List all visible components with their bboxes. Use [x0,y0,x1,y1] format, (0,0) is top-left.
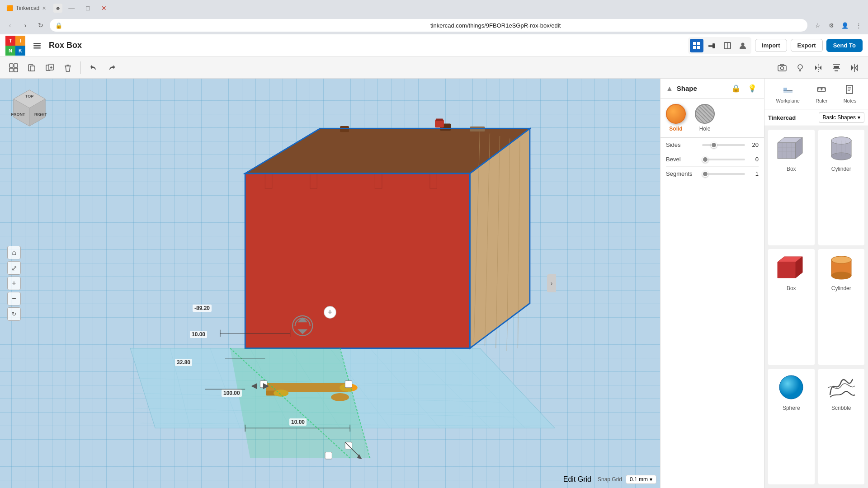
viewport[interactable]: TOP FRONT RIGHT ⌂ ⤢ + − ↻ [0,79,660,488]
shape-panel: ▲ Shape 🔒 💡 Solid Hole [660,79,764,488]
new-shape-btn[interactable] [5,60,22,76]
duplicate-btn[interactable] [42,60,58,76]
svg-rect-14 [9,68,13,72]
refresh-btn[interactable]: ↻ [34,19,47,32]
forward-btn[interactable]: › [19,19,32,32]
svg-rect-3 [693,42,696,45]
sides-thumb[interactable] [711,142,717,148]
undo-btn[interactable] [85,60,102,76]
browser-actions: ☆ ⚙ 👤 ⋮ [812,19,864,31]
view-mode-group [688,37,751,54]
project-menu-btn[interactable] [31,39,43,52]
3d-view-btn[interactable] [690,39,703,52]
person-btn[interactable] [736,39,750,52]
shape-options: Solid Hole [660,99,764,138]
svg-rect-15 [14,68,18,72]
library-dropdown[interactable]: Basic Shapes ▾ [819,112,864,123]
scene-svg: + [0,79,660,488]
shape-item-sphere[interactable]: Sphere [768,369,815,484]
shape-item-box-grey[interactable]: Box [768,130,815,245]
panel-collapse-btn[interactable]: › [547,274,556,292]
shape-grid: Box [764,126,868,488]
edit-grid-btn[interactable]: Edit Grid [561,474,594,484]
import-btn[interactable]: Import [755,39,787,52]
shape-item-cylinder-orange[interactable]: Cylinder [818,249,865,365]
sides-value: 20 [745,141,759,148]
bevel-value: 0 [745,156,759,163]
tab-close-btn[interactable]: ✕ [42,5,46,11]
camera-btn[interactable] [774,60,790,76]
svg-marker-136 [778,262,796,278]
segments-slider[interactable] [702,173,745,175]
hole-option[interactable]: Hole [695,104,715,132]
maximize-btn[interactable]: □ [81,2,94,14]
svg-rect-1 [33,45,41,47]
svg-point-24 [781,66,784,70]
solid-label: Solid [669,126,682,132]
copy-btn[interactable] [24,60,40,76]
bevel-thumb[interactable] [702,156,708,163]
svg-rect-70 [265,174,272,188]
solid-option[interactable]: Solid [666,104,686,132]
hammer-btn[interactable] [705,39,719,52]
mirror-btn[interactable] [810,60,826,76]
browser-tab-extra[interactable]: ⊕ [53,4,62,13]
svg-point-144 [779,375,803,399]
svg-text:+: + [328,308,332,317]
bulb-btn[interactable] [792,60,808,76]
shape-library: Workplane Ruler Notes Tinkercad [764,79,868,488]
tab-label: Tinkercad [16,5,39,11]
workplane-label: Workplane [776,98,800,103]
shape-item-scribble[interactable]: Scribble [818,369,865,484]
export-btn[interactable]: Export [791,39,823,52]
hole-icon [695,104,715,124]
ruler-btn[interactable]: Ruler [812,82,831,105]
tinkercad-logo: T I N K [5,36,25,56]
book-btn[interactable] [721,39,734,52]
toolbar-sep-1 [80,61,81,74]
shape-panel-header: ▲ Shape 🔒 💡 [660,79,764,99]
align-btn[interactable] [828,60,844,76]
svg-point-11 [741,42,745,46]
profile-btn[interactable]: 👤 [839,19,851,31]
bookmark-btn[interactable]: ☆ [812,19,824,31]
address-field[interactable]: 🔒 tinkercad.com/things/9FBOR1eSGpR-rox-b… [50,19,807,32]
tinkercad-app: T I N K Rox Box Import [0,34,868,488]
minimize-btn[interactable]: — [65,2,78,14]
shape-item-box-red[interactable]: Box [768,249,815,365]
segments-row: Segments 1 [666,167,759,181]
browser-chrome: 🟧 Tinkercad ✕ ⊕ — □ ✕ ‹ › ↻ 🔒 tinkercad.… [0,0,868,34]
shape-lock-btn[interactable]: 🔒 [730,82,742,95]
snap-grid-value-btn[interactable]: 0.1 mm ▾ [626,475,656,484]
workplane-btn[interactable]: Workplane [773,82,803,105]
sendto-btn[interactable]: Send To [826,39,863,52]
shape-item-cylinder-grey[interactable]: Cylinder [818,130,865,245]
sides-row: Sides 20 [666,138,759,152]
dim-label-2: 10.00 [190,331,207,338]
bevel-slider[interactable] [702,159,745,160]
tab-1[interactable]: 🟧 Tinkercad ✕ [2,1,51,15]
redo-btn[interactable] [104,60,120,76]
shape-bulb-btn[interactable]: 💡 [746,82,759,95]
shape-panel-collapse-btn[interactable]: ▲ [666,84,673,93]
toolbar [0,57,868,79]
snap-grid-label: Snap Grid [598,476,622,483]
svg-marker-34 [851,65,854,70]
extensions-btn[interactable]: ⚙ [826,19,837,31]
back-btn[interactable]: ‹ [4,19,16,32]
delete-btn[interactable] [60,60,76,76]
sides-slider[interactable] [702,144,745,146]
svg-marker-28 [819,66,821,70]
project-title: Rox Box [49,41,82,50]
notes-btn[interactable]: Notes [840,82,860,105]
svg-rect-107 [783,90,793,93]
close-btn[interactable]: ✕ [98,2,110,14]
svg-rect-5 [693,46,696,49]
dim-label-4: 100.00 [222,389,242,397]
segments-thumb[interactable] [702,171,708,177]
menu-btn[interactable]: ⋮ [853,19,864,31]
shape-props: Sides 20 Bevel 0 Segments [660,138,764,181]
segments-label: Segments [666,170,702,177]
flip-btn[interactable] [846,60,863,76]
svg-rect-69 [436,118,443,121]
